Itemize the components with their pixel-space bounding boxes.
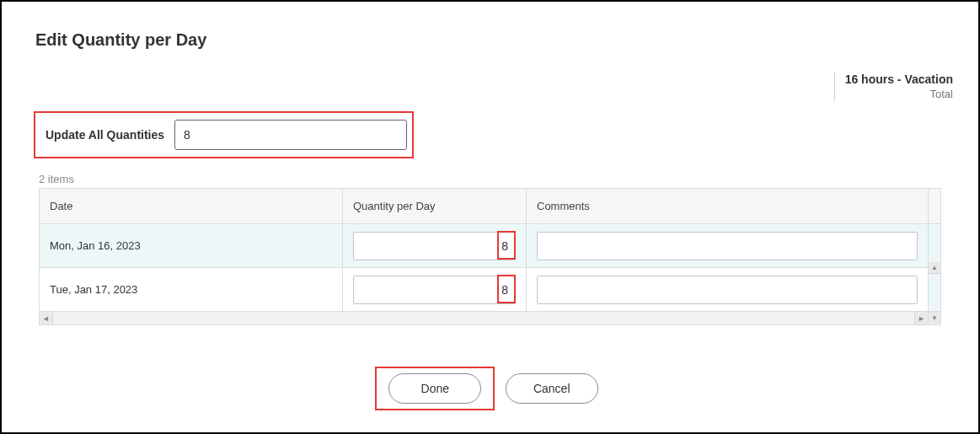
summary-block: 16 hours - Vacation Total	[845, 72, 953, 100]
table-row: Tue, Jan 17, 2023	[40, 268, 941, 312]
cell-date: Mon, Jan 16, 2023	[40, 224, 343, 268]
scroll-down-icon[interactable]: ▼	[929, 312, 940, 324]
cell-date: Tue, Jan 17, 2023	[40, 268, 343, 312]
scroll-left-icon[interactable]: ◄	[40, 312, 53, 324]
items-count: 2 items	[39, 173, 74, 185]
col-date: Date	[40, 189, 343, 224]
done-button[interactable]: Done	[388, 373, 481, 404]
cancel-button[interactable]: Cancel	[506, 373, 598, 404]
col-qty: Quantity per Day	[343, 189, 527, 224]
scroll-up-icon[interactable]: ▲	[929, 262, 940, 274]
scrollbar-header	[929, 189, 941, 224]
done-highlight: Done	[375, 367, 495, 410]
update-all-row: Update All Quantities	[34, 111, 414, 158]
summary-hours: 16 hours - Vacation	[845, 72, 953, 86]
update-all-input[interactable]	[174, 120, 407, 150]
dialog-footer: Done Cancel	[2, 367, 978, 410]
horizontal-scrollbar[interactable]: ◄ ►	[39, 312, 929, 325]
vertical-scrollbar[interactable]: ▲	[929, 224, 941, 312]
col-comments: Comments	[527, 189, 929, 224]
table-row: Mon, Jan 16, 2023 ▲	[40, 224, 941, 268]
cell-comment	[527, 268, 929, 312]
cell-comment	[527, 224, 929, 268]
cell-qty	[343, 224, 527, 268]
comment-input[interactable]	[537, 232, 918, 260]
qty-input[interactable]	[353, 276, 516, 304]
quantity-table: Date Quantity per Day Comments Mon, Jan …	[39, 188, 941, 325]
summary-total-label: Total	[845, 88, 953, 100]
comment-input[interactable]	[537, 276, 918, 304]
cell-qty	[343, 268, 527, 312]
qty-input[interactable]	[353, 232, 516, 260]
page-title: Edit Quantity per Day	[35, 30, 953, 50]
update-all-label: Update All Quantities	[40, 128, 174, 142]
scroll-right-icon[interactable]: ►	[914, 312, 928, 324]
summary-divider	[834, 72, 835, 101]
